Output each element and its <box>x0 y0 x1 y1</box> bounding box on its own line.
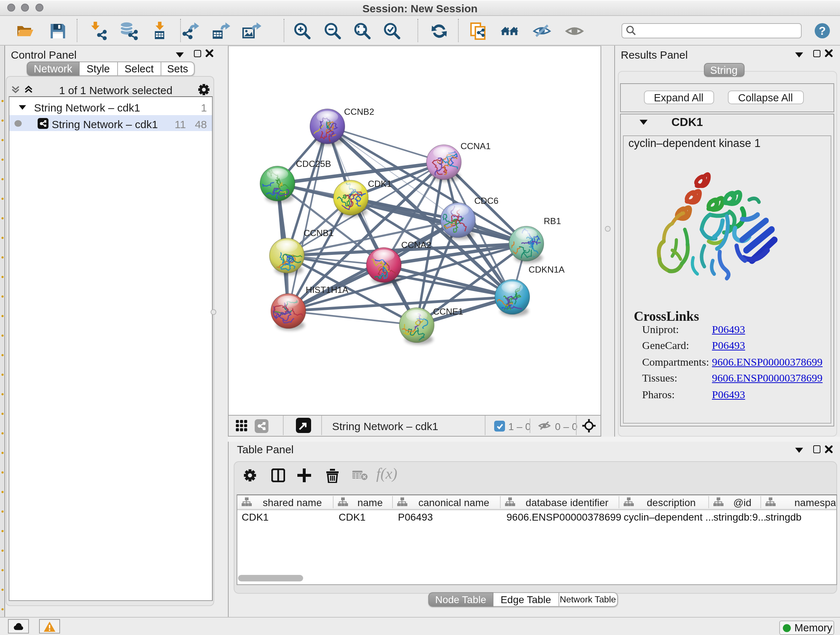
svg-text:RB1: RB1 <box>543 216 561 226</box>
svg-text:HIST1H1A: HIST1H1A <box>305 285 348 295</box>
svg-text:CDC25B: CDC25B <box>295 159 331 169</box>
svg-text:CCNA1: CCNA1 <box>460 141 490 151</box>
svg-text:CCNB1: CCNB1 <box>303 228 333 238</box>
svg-text:CCNE1: CCNE1 <box>433 307 463 317</box>
svg-text:CDK1: CDK1 <box>368 179 392 188</box>
svg-text:CCNB2: CCNB2 <box>344 107 374 117</box>
svg-text:CDC6: CDC6 <box>474 196 498 206</box>
svg-text:CDKN1A: CDKN1A <box>528 264 564 274</box>
svg-text:CCNA2: CCNA2 <box>401 240 431 250</box>
